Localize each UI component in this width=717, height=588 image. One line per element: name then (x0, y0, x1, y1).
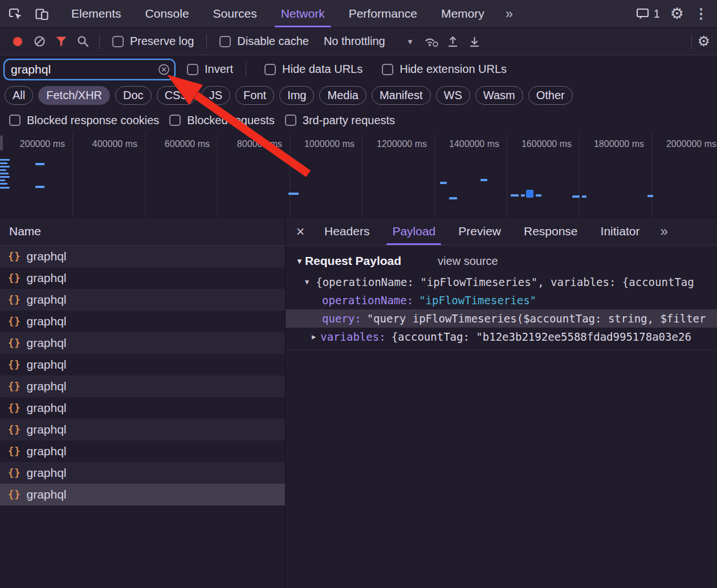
third-party-requests-checkbox[interactable] (285, 115, 296, 126)
device-toolbar-icon[interactable] (35, 7, 49, 21)
tree-divider (286, 350, 717, 350)
request-row[interactable]: {}graphql (0, 375, 285, 397)
xhr-braces-icon: {} (8, 381, 21, 392)
xhr-braces-icon: {} (8, 316, 21, 327)
third-party-requests-toggle[interactable]: 3rd-party requests (285, 114, 395, 127)
tab-preview[interactable]: Preview (447, 218, 512, 245)
tab-payload[interactable]: Payload (381, 218, 447, 245)
request-row[interactable]: {}graphql (0, 267, 285, 289)
request-row[interactable]: {}graphql (0, 462, 285, 484)
collapse-caret-icon[interactable]: ▼ (296, 257, 303, 266)
settings-gear-icon[interactable]: ⚙ (670, 6, 684, 22)
tab-response[interactable]: Response (512, 218, 589, 245)
chip-fetch-xhr[interactable]: Fetch/XHR (38, 86, 110, 105)
xhr-braces-icon: {} (8, 272, 21, 284)
more-tabs-icon[interactable]: » (496, 0, 522, 27)
throttling-select[interactable]: No throttling ▾ (324, 35, 412, 48)
search-button[interactable] (72, 31, 93, 52)
timeline-cell: 600000 ms (145, 133, 218, 217)
request-row[interactable]: {}graphql (0, 311, 285, 332)
expand-caret-icon[interactable]: ▶ (312, 333, 316, 341)
request-row[interactable]: {}graphql (0, 397, 285, 419)
chip-wasm[interactable]: Wasm (475, 86, 523, 105)
blocked-requests-toggle[interactable]: Blocked requests (169, 114, 274, 127)
network-overview-timeline[interactable]: 200000 ms 400000 ms 600000 ms 800000 ms … (0, 133, 717, 218)
blocked-response-cookies-toggle[interactable]: Blocked response cookies (9, 114, 159, 127)
tab-performance[interactable]: Performance (337, 0, 429, 27)
request-row[interactable]: {}graphql (0, 332, 285, 354)
payload-entry-query[interactable]: query: "query ipFlowTimeseries($accountT… (286, 309, 717, 328)
chip-js[interactable]: JS (201, 86, 230, 105)
hide-data-urls-toggle[interactable]: Hide data URLs (264, 63, 362, 76)
disable-cache-checkbox[interactable] (219, 36, 231, 47)
expand-caret-icon[interactable]: ▼ (305, 278, 309, 286)
chip-other[interactable]: Other (528, 86, 573, 105)
request-row[interactable]: {}graphql (0, 484, 285, 505)
payload-tree: ▼ {operationName: "ipFlowTimeseries", va… (286, 273, 717, 350)
hide-extension-urls-checkbox[interactable] (382, 64, 393, 75)
invert-toggle[interactable]: Invert (187, 63, 233, 76)
xhr-braces-icon: {} (8, 402, 21, 414)
clear-filter-icon[interactable] (157, 63, 170, 76)
preserve-log-checkbox[interactable] (112, 36, 124, 47)
toolbar-divider (99, 34, 100, 49)
inspect-element-icon[interactable] (8, 7, 23, 21)
tab-network[interactable]: Network (269, 0, 337, 27)
request-row[interactable]: {}graphql (0, 354, 285, 375)
filter-toggle-button[interactable] (50, 31, 72, 52)
view-source-link[interactable]: view source (438, 255, 498, 268)
chip-manifest[interactable]: Manifest (372, 86, 431, 105)
chip-doc[interactable]: Doc (115, 86, 152, 105)
tab-memory[interactable]: Memory (429, 0, 496, 27)
chip-media[interactable]: Media (319, 86, 366, 105)
blocked-response-cookies-checkbox[interactable] (9, 115, 21, 126)
invert-checkbox[interactable] (187, 64, 198, 75)
chip-img[interactable]: Img (279, 86, 314, 105)
chip-css[interactable]: CSS (157, 86, 196, 105)
tab-elements[interactable]: Elements (59, 0, 133, 27)
payload-entry-variables[interactable]: ▶ variables: {accountTag: "b12e3b2192ee5… (286, 328, 717, 346)
chip-font[interactable]: Font (235, 86, 274, 105)
clear-network-log-button[interactable] (28, 31, 50, 52)
export-har-button[interactable] (463, 31, 485, 52)
request-row[interactable]: {}graphql (0, 419, 285, 440)
xhr-braces-icon: {} (8, 294, 21, 305)
timeline-cell: 800000 ms (217, 133, 290, 217)
payload-entry-operationName[interactable]: operationName: "ipFlowTimeseries" (286, 291, 717, 309)
network-toolbar: Preserve log Disable cache No throttling… (0, 28, 717, 55)
main-tabbar: Elements Console Sources Network Perform… (0, 0, 717, 28)
timeline-cell: 200000 ms (0, 133, 73, 217)
filter-input[interactable] (5, 60, 174, 79)
preserve-log-toggle[interactable]: Preserve log (112, 35, 194, 48)
hide-data-urls-checkbox[interactable] (264, 64, 276, 75)
tab-headers[interactable]: Headers (313, 218, 381, 245)
record-icon (13, 37, 22, 46)
disable-cache-toggle[interactable]: Disable cache (219, 35, 309, 48)
payload-summary-row[interactable]: ▼ {operationName: "ipFlowTimeseries", va… (286, 273, 717, 291)
request-row[interactable]: {}graphql (0, 289, 285, 311)
kebab-menu-icon[interactable]: ⋮ (694, 7, 708, 21)
chip-all[interactable]: All (5, 86, 33, 105)
tab-sources[interactable]: Sources (201, 0, 269, 27)
xhr-braces-icon: {} (8, 251, 21, 262)
xhr-braces-icon: {} (8, 467, 21, 479)
request-type-chips: All Fetch/XHR Doc CSS JS Font Img Media … (0, 83, 717, 108)
record-button[interactable] (7, 31, 28, 52)
network-conditions-button[interactable] (420, 31, 442, 52)
import-har-button[interactable] (442, 31, 463, 52)
timeline-cell: 2000000 ms (651, 133, 717, 217)
request-row[interactable]: {}graphql (0, 246, 285, 267)
request-row[interactable]: {}graphql (0, 440, 285, 462)
blocked-requests-checkbox[interactable] (169, 115, 181, 126)
more-detail-tabs-icon[interactable]: » (651, 218, 677, 245)
close-details-icon[interactable]: × (288, 218, 313, 245)
hide-extension-urls-toggle[interactable]: Hide extension URLs (382, 63, 507, 76)
tab-console[interactable]: Console (133, 0, 201, 27)
messages-icon (636, 7, 650, 20)
chip-ws[interactable]: WS (436, 86, 470, 105)
xhr-braces-icon: {} (8, 337, 21, 349)
network-settings-gear-icon[interactable]: ⚙ (698, 34, 710, 48)
console-drawer-badge[interactable]: 1 (636, 7, 660, 21)
tab-initiator[interactable]: Initiator (589, 218, 651, 245)
name-column-header[interactable]: Name (0, 218, 285, 246)
